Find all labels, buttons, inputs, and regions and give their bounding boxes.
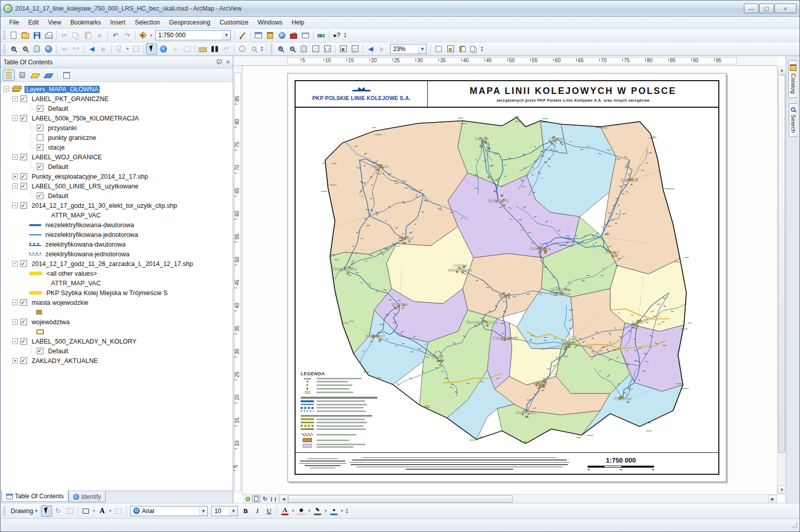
tab-identify[interactable]: i Identify bbox=[68, 491, 106, 502]
callout-icon[interactable] bbox=[181, 43, 192, 55]
layer-visibility-checkbox[interactable] bbox=[20, 115, 27, 122]
html-popup-icon[interactable]: ϟ bbox=[169, 43, 181, 55]
layer-label[interactable]: Default bbox=[46, 192, 70, 200]
horizontal-scrollbar[interactable]: ↻ ❙❙ ◀ ▶ bbox=[243, 494, 777, 503]
scroll-up-icon[interactable]: ▲ bbox=[778, 66, 786, 75]
font-combobox[interactable]: O Arial ▼ bbox=[130, 506, 208, 516]
chevron-down-icon[interactable]: ▾ bbox=[127, 47, 129, 50]
drawing-select-elements-icon[interactable] bbox=[41, 505, 52, 517]
search-window-icon[interactable] bbox=[276, 30, 287, 41]
layer-tree-row[interactable]: niezelektryfikowana-jednotorowa bbox=[1, 230, 233, 239]
text-tool-icon[interactable]: A bbox=[96, 505, 108, 517]
go-forward-extent-icon[interactable]: ▶ bbox=[98, 43, 109, 55]
layer-label[interactable]: LABEL_500k_750k_KILOMETRACJA bbox=[30, 115, 140, 122]
layer-label[interactable]: ATTR_MAP_VAC bbox=[50, 212, 102, 219]
zoom-in-icon[interactable]: + bbox=[8, 43, 19, 55]
layer-tree-row[interactable] bbox=[1, 327, 233, 336]
layer-tree-row[interactable]: +ZAKLADY_AKTUALNE bbox=[1, 356, 233, 366]
scroll-right-icon[interactable]: ▶ bbox=[768, 495, 777, 503]
layer-visibility-checkbox[interactable] bbox=[37, 163, 43, 170]
rectangle-tool-icon[interactable] bbox=[80, 505, 91, 517]
layer-visibility-checkbox[interactable] bbox=[37, 192, 43, 199]
pan-icon[interactable] bbox=[31, 43, 42, 55]
collapse-icon[interactable]: − bbox=[12, 300, 18, 305]
open-icon[interactable] bbox=[19, 30, 31, 41]
rotate-element-icon[interactable]: ↻ bbox=[53, 505, 64, 517]
menu-windows[interactable]: Windows bbox=[253, 17, 287, 28]
layer-visibility-checkbox[interactable] bbox=[20, 338, 27, 345]
layer-tree-row[interactable]: Default bbox=[1, 162, 233, 172]
menu-geoprocessing[interactable]: Geoprocessing bbox=[164, 17, 215, 28]
layer-label[interactable]: miasta wojewodzkie bbox=[30, 299, 90, 306]
pin-icon[interactable] bbox=[216, 59, 222, 65]
layout-zoom-combobox[interactable]: 23% ▼ bbox=[390, 44, 427, 54]
layer-label[interactable]: Layers_MAPA_GŁÓWNA bbox=[25, 86, 100, 93]
chevron-down-icon[interactable]: ▾ bbox=[93, 510, 95, 512]
change-layout-icon[interactable] bbox=[456, 43, 468, 55]
bold-button[interactable]: B bbox=[240, 505, 251, 517]
font-color-button[interactable]: A bbox=[279, 505, 290, 517]
layer-label[interactable]: niezelektryfikowana-jednotorowa bbox=[44, 231, 139, 238]
python-window-icon[interactable] bbox=[300, 30, 311, 41]
cut-icon[interactable]: ✂ bbox=[59, 30, 70, 41]
catalog-window-icon[interactable] bbox=[264, 30, 276, 41]
add-data-icon[interactable] bbox=[137, 30, 149, 41]
layer-visibility-checkbox[interactable] bbox=[37, 144, 43, 151]
layer-tree-row[interactable]: −Layers_MAPA_GŁÓWNA bbox=[1, 84, 233, 94]
layer-visibility-checkbox[interactable] bbox=[20, 183, 27, 189]
layout-pan-icon[interactable] bbox=[298, 43, 309, 55]
menu-help[interactable]: Help bbox=[287, 17, 309, 28]
table-of-contents-window-icon[interactable] bbox=[253, 30, 264, 41]
menu-edit[interactable]: Edit bbox=[23, 17, 43, 28]
horizontal-scroll-thumb[interactable] bbox=[288, 495, 513, 503]
maximize-button[interactable]: ▢ bbox=[759, 4, 774, 13]
close-button[interactable]: × bbox=[774, 4, 796, 13]
vertical-scrollbar[interactable]: ▲ ▼ bbox=[777, 66, 786, 494]
select-elements-icon[interactable] bbox=[146, 43, 157, 55]
layer-label[interactable]: zelektryfikowana-dwutorowa bbox=[44, 241, 127, 248]
layer-label[interactable]: LABEL_500_LINIE_LRS_uzytkowane bbox=[30, 183, 140, 190]
menu-selection[interactable]: Selection bbox=[130, 17, 164, 28]
chevron-down-icon[interactable]: ▾ bbox=[109, 510, 111, 512]
expand-icon[interactable]: + bbox=[12, 174, 18, 179]
chevron-down-icon[interactable]: ▾ bbox=[150, 34, 152, 37]
chevron-down-icon[interactable]: ▾ bbox=[341, 510, 343, 512]
chevron-down-icon[interactable]: ▼ bbox=[199, 506, 207, 516]
layer-tree-row[interactable]: niezelektryfikowana-dwutorowa bbox=[1, 220, 233, 230]
layer-label[interactable]: PKP Szybka Kolej Miejska w Trójmieście S bbox=[45, 289, 169, 297]
font-size-combobox[interactable]: 10 ▼ bbox=[211, 506, 238, 516]
layer-visibility-checkbox[interactable] bbox=[20, 154, 27, 160]
layer-visibility-checkbox[interactable] bbox=[20, 260, 27, 267]
layout-go-forward-icon[interactable]: ▶ bbox=[377, 43, 388, 55]
data-view-button[interactable] bbox=[244, 495, 252, 502]
list-by-visibility-button[interactable] bbox=[29, 69, 41, 81]
layout-zoom-in-icon[interactable]: + bbox=[275, 43, 286, 55]
full-extent-icon[interactable] bbox=[43, 43, 54, 55]
collapse-icon[interactable]: − bbox=[12, 203, 18, 208]
list-by-source-button[interactable] bbox=[16, 69, 28, 81]
toolbar-grip[interactable] bbox=[3, 506, 6, 516]
layer-label[interactable]: punkty graniczne bbox=[46, 134, 98, 141]
layer-label[interactable]: niezelektryfikowana-dwutorowa bbox=[44, 222, 136, 229]
chevron-down-icon[interactable]: ▼ bbox=[229, 506, 237, 516]
layer-tree-row[interactable]: −województwa bbox=[1, 317, 233, 327]
layer-label[interactable]: stacje bbox=[46, 144, 66, 151]
layer-label[interactable]: LABEL_WOJ_GRANICE bbox=[30, 154, 104, 161]
layout-zoom-out-icon[interactable]: − bbox=[286, 43, 298, 55]
layer-visibility-checkbox[interactable] bbox=[20, 95, 27, 102]
layer-visibility-checkbox[interactable] bbox=[20, 173, 27, 180]
undo-icon[interactable]: ↶ bbox=[110, 30, 121, 41]
pause-drawing-icon[interactable]: ❙❙ bbox=[270, 495, 278, 502]
chevron-down-icon[interactable]: ▾ bbox=[292, 510, 294, 512]
layer-label[interactable]: ATTR_MAP_VAC bbox=[50, 280, 102, 287]
menu-file[interactable]: File bbox=[5, 17, 23, 28]
layer-tree-row[interactable]: zelektryfikowana-dwutorowa bbox=[1, 239, 233, 249]
toolbar-grip[interactable] bbox=[270, 44, 273, 54]
print-icon[interactable] bbox=[43, 30, 54, 41]
layer-tree-row[interactable]: stacje bbox=[1, 142, 233, 152]
layer-tree-row[interactable]: PKP Szybka Kolej Miejska w Trójmieście S bbox=[1, 288, 233, 298]
clear-selection-icon[interactable] bbox=[130, 43, 141, 55]
focus-data-frame-icon[interactable]: ▦ bbox=[445, 43, 456, 55]
menu-view[interactable]: View bbox=[43, 17, 66, 28]
italic-button[interactable]: I bbox=[252, 505, 263, 517]
